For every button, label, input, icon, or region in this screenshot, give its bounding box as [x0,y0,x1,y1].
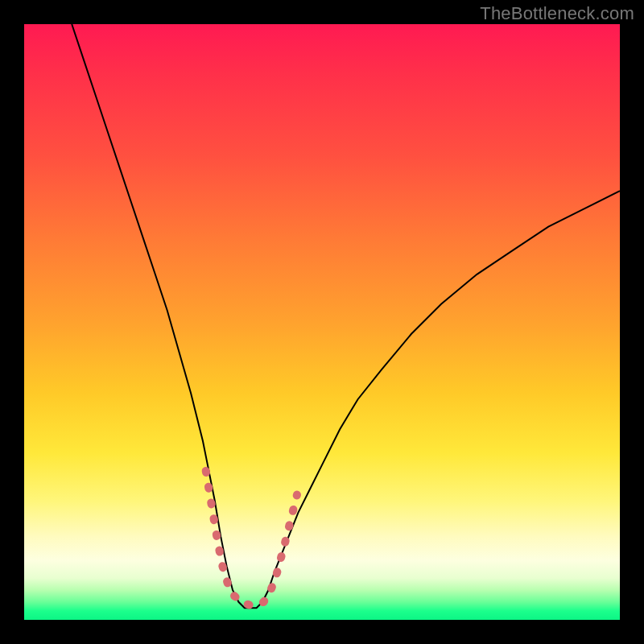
bottleneck-curve [72,24,620,608]
highlight-trough-dots [206,471,297,605]
chart-frame: TheBottleneck.com [0,0,644,644]
chart-svg [24,24,620,620]
plot-area [24,24,620,620]
watermark-text: TheBottleneck.com [480,3,634,24]
